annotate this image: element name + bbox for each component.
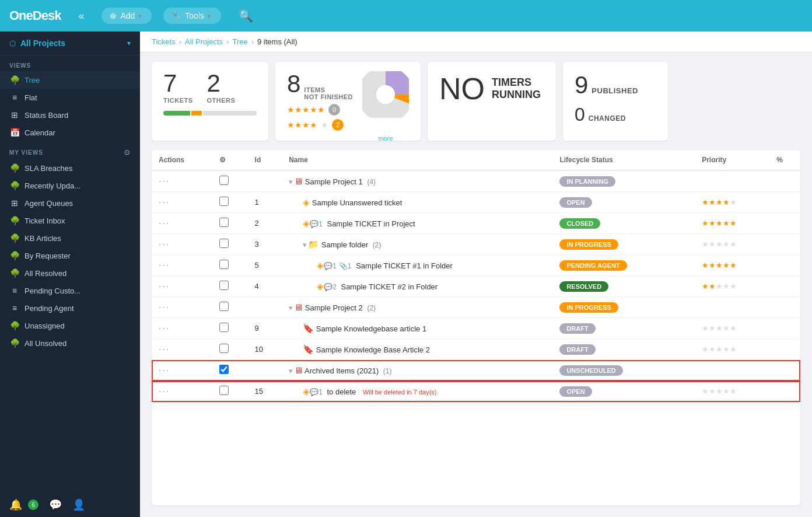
- row-checkbox[interactable]: [219, 302, 229, 311]
- row-name[interactable]: Sample Knowledge Base Article 2: [316, 345, 430, 354]
- actions-dots-icon[interactable]: ···: [159, 344, 170, 354]
- collapse-icon[interactable]: ▾: [289, 366, 293, 375]
- col-settings[interactable]: ⚙: [212, 150, 248, 170]
- row-name[interactable]: to delete: [327, 387, 356, 396]
- priority-stars[interactable]: ★★★★★: [702, 261, 737, 270]
- row-checkbox[interactable]: [219, 218, 229, 227]
- sidebar-item-ticket-inbox[interactable]: 🌳 Ticket Inbox: [0, 212, 140, 229]
- project-selector[interactable]: ⬡ All Projects ▾: [0, 32, 140, 55]
- my-views-settings-icon[interactable]: ⚙: [124, 148, 131, 157]
- sidebar-item-flat[interactable]: ≡ Flat: [0, 89, 140, 106]
- row-name[interactable]: Sample Project 2: [305, 303, 363, 312]
- row-name[interactable]: Archived Items (2021): [304, 366, 379, 375]
- sidebar-item-kb-articles[interactable]: 🌳 KB Articles: [0, 229, 140, 247]
- others-count: 2: [207, 71, 236, 96]
- collapse-button[interactable]: «: [78, 10, 84, 22]
- sidebar-item-agent-queues[interactable]: ⊞ Agent Queues: [0, 194, 140, 212]
- tools-button[interactable]: 🔧 Tools ▾: [163, 8, 221, 24]
- kb-icon: 🔖: [303, 344, 314, 354]
- actions-dots-icon[interactable]: ···: [159, 365, 170, 375]
- collapse-icon[interactable]: ▾: [289, 177, 293, 186]
- row-name[interactable]: Sample TICKET #1 in Folder: [356, 261, 453, 270]
- priority-stars[interactable]: ★★★★★: [702, 219, 737, 228]
- status-badge: DRAFT: [559, 344, 595, 355]
- row-checkbox[interactable]: [219, 386, 229, 395]
- row-checkbox[interactable]: [219, 176, 229, 185]
- row-name[interactable]: Sample Knowledgebase article 1: [316, 324, 426, 333]
- row-name-cell: ▾🖥 Sample Project 2 (2): [282, 297, 552, 318]
- row-name-cell: ◈💬2 Sample TICKET #2 in Folder: [282, 276, 552, 297]
- row-checkbox-cell: [212, 381, 248, 402]
- sidebar-item-recently-updated[interactable]: 🌳 Recently Upda...: [0, 177, 140, 194]
- sidebar-item-pending-agent[interactable]: ≡ Pending Agent: [0, 299, 140, 317]
- actions-dots-icon[interactable]: ···: [159, 176, 170, 186]
- row-count: (2): [373, 241, 382, 249]
- sla-icon: 🌳: [9, 163, 20, 173]
- row-id: 2: [248, 213, 282, 234]
- priority-stars[interactable]: ★★★★★: [702, 240, 737, 249]
- breadcrumb-all-projects[interactable]: All Projects: [185, 37, 223, 46]
- add-button[interactable]: ⊕ Add ▾: [102, 8, 152, 24]
- row-name[interactable]: Sample Unanswered ticket: [312, 198, 402, 207]
- actions-dots-icon[interactable]: ···: [159, 239, 170, 249]
- row-actions[interactable]: ···: [152, 318, 212, 339]
- row-checkbox[interactable]: [219, 344, 229, 353]
- clip-badge: 📎1: [339, 262, 352, 270]
- actions-dots-icon[interactable]: ···: [159, 386, 170, 396]
- sidebar-item-unassigned[interactable]: 🌳 Unassigned: [0, 317, 140, 334]
- row-checkbox[interactable]: [219, 323, 229, 332]
- row-actions[interactable]: ···: [152, 360, 212, 381]
- row-checkbox[interactable]: [219, 197, 229, 206]
- row-actions[interactable]: ···: [152, 297, 212, 318]
- breadcrumb-tree[interactable]: Tree: [232, 37, 247, 46]
- row-priority-cell: ★★★★★: [695, 381, 769, 402]
- search-button[interactable]: 🔍: [239, 9, 253, 23]
- actions-dots-icon[interactable]: ···: [159, 218, 170, 228]
- row-actions[interactable]: ···: [152, 213, 212, 234]
- row-actions[interactable]: ···: [152, 381, 212, 402]
- actions-dots-icon[interactable]: ···: [159, 302, 170, 312]
- sidebar-item-status-board[interactable]: ⊞ Status Board: [0, 106, 140, 124]
- row-actions[interactable]: ···: [152, 339, 212, 360]
- row-name[interactable]: Sample TICKET #2 in Folder: [341, 282, 438, 291]
- row-name[interactable]: Sample folder: [321, 240, 368, 249]
- sidebar-item-all-unsolved[interactable]: 🌳 All Unsolved: [0, 334, 140, 352]
- priority-stars[interactable]: ★★★★★: [702, 282, 737, 291]
- collapse-icon[interactable]: ▾: [289, 303, 293, 312]
- sidebar-item-calendar[interactable]: 📅 Calendar: [0, 124, 140, 141]
- breadcrumb-tickets[interactable]: Tickets: [152, 37, 176, 46]
- row-priority-cell: [695, 297, 769, 318]
- row-actions[interactable]: ···: [152, 192, 212, 213]
- priority-stars[interactable]: ★★★★★: [702, 198, 737, 207]
- row-actions[interactable]: ···: [152, 234, 212, 255]
- collapse-icon[interactable]: ▾: [303, 240, 307, 249]
- row-actions[interactable]: ···: [152, 255, 212, 276]
- priority-stars[interactable]: ★★★★★: [702, 387, 737, 396]
- row-checkbox[interactable]: [219, 365, 229, 374]
- priority-stars[interactable]: ★★★★★: [702, 345, 737, 354]
- row-checkbox[interactable]: [219, 281, 229, 290]
- row-actions[interactable]: ···: [152, 170, 212, 192]
- row-name-cell: ▾📁 Sample folder (2): [282, 234, 552, 255]
- sidebar-item-pending-customer[interactable]: ≡ Pending Custo...: [0, 282, 140, 299]
- pie-more-label[interactable]: more: [378, 135, 393, 142]
- row-checkbox[interactable]: [219, 260, 229, 269]
- sidebar-item-tree[interactable]: 🌳 Tree: [0, 71, 140, 89]
- status-badge: IN PROGRESS: [559, 239, 618, 250]
- priority-stars[interactable]: ★★★★★: [702, 324, 737, 333]
- row-name[interactable]: Sample Project 1: [305, 177, 363, 186]
- sidebar-item-all-resolved[interactable]: 🌳 All Resolved: [0, 264, 140, 282]
- row-actions[interactable]: ···: [152, 276, 212, 297]
- actions-dots-icon[interactable]: ···: [159, 323, 170, 333]
- row-percent-cell: [769, 318, 800, 339]
- actions-dots-icon[interactable]: ···: [159, 197, 170, 207]
- actions-dots-icon[interactable]: ···: [159, 281, 170, 291]
- sidebar-item-by-requester[interactable]: 🌳 By Requester: [0, 247, 140, 264]
- breadcrumb-sep3: ›: [251, 37, 254, 46]
- actions-dots-icon[interactable]: ···: [159, 260, 170, 270]
- calendar-icon: 📅: [9, 128, 20, 137]
- sidebar-item-sla-breaches[interactable]: 🌳 SLA Breaches: [0, 159, 140, 177]
- row-checkbox[interactable]: [219, 239, 229, 248]
- row-name[interactable]: Sample TICKET in Project: [327, 219, 415, 228]
- by-requester-icon: 🌳: [9, 251, 20, 260]
